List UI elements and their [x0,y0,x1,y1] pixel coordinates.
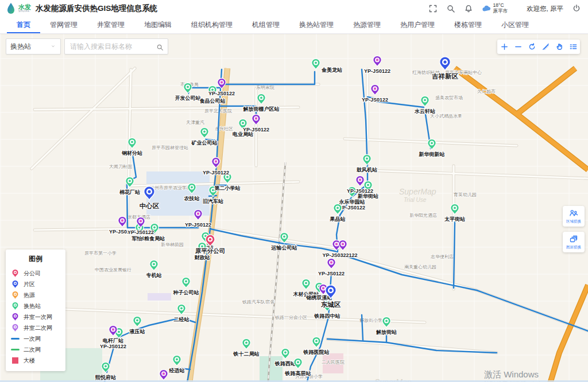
exchange-pin[interactable] [421,96,429,107]
search-category-select[interactable]: 换热站 [6,38,61,54]
zoom-in-button[interactable] [497,40,511,54]
exchange-pin[interactable] [102,362,110,373]
map-poi-label: 铁路汽车队宿舍 [242,299,274,305]
marker-label: YP-JS0122 [100,344,126,349]
tab-heat-source[interactable]: 热源管理 [343,17,390,33]
welcome-text: 欢迎您, 原平 [527,5,563,13]
well-primary-pin[interactable] [327,258,335,269]
marker-label: 农技站 [184,196,200,201]
marker-label: 矿业公司站 [191,140,218,146]
well-primary-pin[interactable] [160,369,168,380]
tab-well[interactable]: 井室管理 [87,17,134,33]
marker-label: 水云轩站 [414,108,435,114]
exchange-pin[interactable] [184,83,192,93]
zoom-out-button[interactable] [511,40,525,54]
marker-label: 原平分公司 [195,247,226,254]
marker-label: 铁路高层站 [285,371,311,376]
search-submit-icon[interactable] [156,43,164,50]
exchange-pin[interactable] [133,316,141,327]
main-nav: 首页管网管理井室管理地图编辑组织机构管理机组管理换热站管理热源管理热用户管理楼栋… [0,17,588,34]
app-logo: 水发 SHUIFA [6,2,31,15]
map-poi-label: 铁路一分会小区 [274,315,307,320]
well-primary-pin[interactable] [371,84,379,95]
exchange-pin[interactable] [294,358,302,369]
marker-label: 电杆厂站 [103,338,123,344]
highway [455,68,588,170]
region-switch-button[interactable]: 区域切换 [563,206,585,227]
pan-button[interactable] [552,40,566,54]
tab-organization[interactable]: 组织机构管理 [181,17,242,33]
legend-item: 一次网 [11,333,60,344]
tab-home[interactable]: 首页 [7,17,40,33]
exchange-pin[interactable] [363,154,371,165]
exchange-pin[interactable] [173,355,181,366]
exchange-pin[interactable] [182,277,190,288]
map-block [148,293,171,301]
well-primary-pin[interactable] [373,56,381,67]
exchange-pin[interactable] [257,93,265,104]
tab-community[interactable]: 小区管理 [492,17,539,33]
exchange-pin[interactable] [334,204,342,215]
primary-network-line[interactable] [222,72,315,84]
marker-label: 东城区 [320,301,341,308]
marker-label: 第二小学站 [214,185,241,191]
well-primary-pin[interactable] [356,176,364,186]
logout-icon[interactable] [572,4,581,13]
well-primary-pin[interactable] [194,209,202,220]
marker-label: 钢材分站 [121,150,142,156]
map-poi-label: 忻州市原平农业学校 [149,185,191,190]
legend-label: 井室二次网 [24,324,52,332]
tab-map-edit[interactable]: 地图编辑 [134,17,181,33]
layer-switch-button[interactable]: 图层切换 [563,232,585,252]
weather-cloud-icon [482,4,491,13]
map-poi-label: 二人民医院 [322,360,345,365]
map-block [260,356,283,382]
exchange-pin[interactable] [200,127,208,138]
marker-label: 永乐华园站 [339,199,365,205]
fullscreen-icon[interactable] [428,4,438,13]
map-poi-label: 盛美农贸市场 [435,95,463,100]
marker-label: YP-JS0122 [339,205,365,211]
chevron-down-icon [50,44,56,50]
marker-label: YP-JS0122 [318,271,345,276]
tab-heat-user[interactable]: 热用户管理 [390,17,444,33]
search-input[interactable] [69,42,156,51]
tab-unit[interactable]: 机组管理 [242,17,289,33]
highway [540,285,588,382]
exchange-pin[interactable] [312,337,320,348]
well-primary-pin[interactable] [252,114,260,125]
exchange-pin[interactable] [451,204,459,215]
exchange-pin[interactable] [382,317,390,328]
map-poi-label: 原平市园林管理站 [152,145,188,150]
notification-bell-icon[interactable] [464,4,473,13]
district-pin[interactable] [440,57,451,71]
exchange-pin[interactable] [242,338,250,349]
legend-symbol [11,349,20,350]
layer-list-button[interactable] [566,40,580,54]
tab-exchange-station[interactable]: 换热站管理 [289,17,343,33]
region-switch-icon [569,209,578,218]
map-canvas[interactable]: 换热站 区域切换图层切换 图例 分公司片区热源换热站井室一次网井室二次网一次网二… [0,34,588,382]
tab-building[interactable]: 楼栋管理 [444,17,492,33]
legend-label: 热源 [24,291,35,299]
map-basemap[interactable]: SuperMapTrial UseSuperMapTrial Use市气象局东明… [0,34,588,382]
reset-view-button[interactable] [525,40,539,54]
tile-watermark: SuperMap [399,187,436,196]
map-poi-label: 新华阳光酒店 [409,213,437,218]
map-poi-label: 原平北大医院 [204,108,232,114]
search-icon[interactable] [446,4,455,13]
exchange-pin[interactable] [312,59,320,69]
marker-label: 新华街站 [357,193,378,199]
marker-label: 铁路西站 [274,361,296,367]
measure-button[interactable] [539,40,552,54]
well-primary-pin[interactable] [118,216,126,227]
map-poi-label: 育英幼儿园 [453,192,477,197]
legend-symbol [11,323,20,332]
exchange-pin[interactable] [150,260,158,271]
exchange-pin[interactable] [428,139,436,150]
marker-label: 铁路四中站 [314,313,341,319]
exchange-pin[interactable] [302,279,310,290]
tab-pipe-network[interactable]: 管网管理 [40,17,87,33]
legend-symbol [11,291,20,299]
legend-item: 井室一次网 [11,311,60,322]
